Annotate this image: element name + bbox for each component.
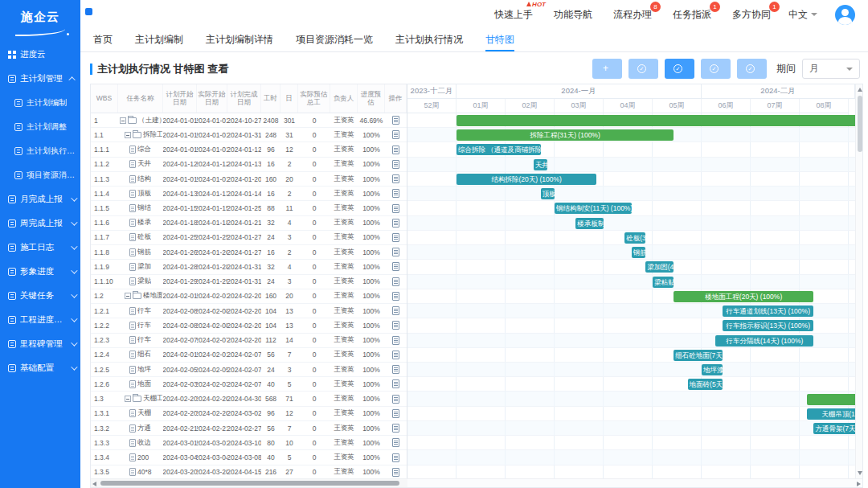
- sidebar-item-6[interactable]: 工程进度巡检: [0, 308, 80, 332]
- sidebar-item-5[interactable]: 关键任务: [0, 284, 80, 308]
- language-switcher[interactable]: 中文: [788, 8, 817, 22]
- period-select[interactable]: 月: [802, 59, 860, 79]
- gantt-bar[interactable]: 结构拆除(20天) (100%): [457, 174, 596, 185]
- detail-doc-icon[interactable]: [392, 262, 399, 271]
- gantt-bar[interactable]: 顶板: [541, 188, 555, 199]
- detail-doc-icon[interactable]: [392, 174, 399, 183]
- detail-doc-icon[interactable]: [392, 160, 399, 169]
- collapse-toggle-icon[interactable]: [125, 132, 131, 138]
- sidebar-subitem-2[interactable]: 主计划执行情况: [0, 139, 80, 163]
- detail-doc-icon[interactable]: [392, 277, 399, 286]
- gantt-bar[interactable]: 地面砖(5天) (: [688, 379, 723, 390]
- gantt-bar[interactable]: 拆除工程(31天) (100%): [457, 129, 674, 141]
- detail-doc-icon[interactable]: [392, 116, 399, 125]
- detail-doc-icon[interactable]: [392, 219, 399, 228]
- sidebar-item-4[interactable]: 形象进度: [0, 260, 80, 284]
- gantt-bar[interactable]: 钢筋: [632, 247, 645, 258]
- collapse-toggle-icon[interactable]: [120, 117, 126, 124]
- gantt-bar[interactable]: [807, 394, 855, 405]
- toolbar-button-3[interactable]: [701, 59, 731, 79]
- sidebar-item-1[interactable]: 月完成上报: [0, 187, 80, 211]
- scroll-right-icon[interactable]: [857, 482, 861, 486]
- table-row[interactable]: 1.3.42002024-03-042024-03-042024-03-0840…: [91, 450, 407, 465]
- sidebar-item-product[interactable]: 进度云: [0, 43, 80, 67]
- detail-doc-icon[interactable]: [392, 233, 399, 242]
- tab-3[interactable]: 项目资源消耗一览: [296, 29, 373, 51]
- table-row[interactable]: 1.1.10梁贴2024-01-292024-01-292024-01-3124…: [91, 275, 407, 289]
- table-row[interactable]: 1.1.9梁加2024-01-282024-01-282024-01-31324…: [91, 260, 407, 274]
- gantt-bar[interactable]: [457, 115, 855, 126]
- gantt-bar[interactable]: 楼地面工程(20天) (100%): [674, 291, 813, 302]
- scroll-left-icon[interactable]: [92, 482, 96, 486]
- topnav-item-4[interactable]: 多方协同1: [732, 8, 771, 22]
- table-row[interactable]: 1.1.5钢结2024-01-152024-01-152024-01-25881…: [91, 201, 407, 215]
- detail-doc-icon[interactable]: [392, 351, 399, 359]
- detail-doc-icon[interactable]: [392, 453, 399, 462]
- table-row[interactable]: 1.2.2行车2024-02-082024-02-082024-02-20104…: [91, 318, 407, 333]
- detail-doc-icon[interactable]: [392, 438, 399, 447]
- gantt-bar[interactable]: 砼板(3: [624, 232, 645, 244]
- gantt-bar[interactable]: 楼承板制作: [575, 218, 604, 229]
- sidebar-item-3[interactable]: 施工日志: [0, 236, 80, 260]
- scroll-down-icon[interactable]: [858, 471, 862, 475]
- detail-doc-icon[interactable]: [392, 204, 399, 213]
- gantt-bar[interactable]: 综合拆除 （通道及商铺拆除范围）(1: [457, 144, 541, 155]
- detail-doc-icon[interactable]: [392, 248, 399, 256]
- table-row[interactable]: 1.2.3行车2024-02-072024-02-072024-02-20112…: [91, 334, 407, 348]
- gantt-bar[interactable]: 梁粘贴: [653, 277, 674, 288]
- detail-doc-icon[interactable]: [392, 468, 399, 477]
- tab-2[interactable]: 主计划编制详情: [206, 29, 273, 51]
- table-row[interactable]: 1.2楼地面2024-02-012024-02-012024-02-201602…: [91, 289, 407, 304]
- table-row[interactable]: 1.2.5地坪2024-02-052024-02-052024-02-07243…: [91, 363, 407, 377]
- table-horizontal-scrollbar[interactable]: [91, 479, 407, 487]
- vertical-scroll-thumb[interactable]: [858, 96, 862, 152]
- gantt-bar[interactable]: 方通骨架(7天) (100%: [813, 423, 855, 434]
- detail-doc-icon[interactable]: [392, 395, 399, 404]
- gantt-bar[interactable]: 行车分隔线(14天) (100%): [715, 335, 813, 347]
- detail-doc-icon[interactable]: [392, 424, 399, 433]
- detail-doc-icon[interactable]: [392, 379, 399, 388]
- table-row[interactable]: 1.1.7砼板2024-01-252024-01-252024-01-27243…: [91, 231, 407, 245]
- table-row[interactable]: 1.3.1天棚2024-02-202024-02-202024-03-02961…: [91, 407, 407, 421]
- gantt-vertical-scrollbar[interactable]: [855, 84, 862, 478]
- scroll-up-icon[interactable]: [858, 88, 862, 92]
- detail-doc-icon[interactable]: [392, 130, 399, 139]
- table-row[interactable]: 1.1.4顶板2024-01-132024-01-132024-01-14162…: [91, 187, 407, 201]
- table-row[interactable]: 1.3.3收边2024-03-012024-03-012024-03-10801…: [91, 436, 407, 450]
- gantt-bar[interactable]: 地坪漆: [702, 364, 723, 375]
- detail-doc-icon[interactable]: [392, 189, 399, 198]
- table-row[interactable]: 1.1.1综合2024-01-012024-01-012024-01-12961…: [91, 142, 407, 157]
- toolbar-button-4[interactable]: [737, 59, 767, 79]
- sidebar-subitem-0[interactable]: 主计划编制: [0, 91, 80, 115]
- table-row[interactable]: 1.1.6楼承2024-01-182024-01-182024-01-21324…: [91, 216, 407, 231]
- detail-doc-icon[interactable]: [392, 306, 399, 315]
- toolbar-button-2[interactable]: [665, 59, 694, 79]
- gantt-bar[interactable]: 钢结构制安(11天) (100%): [555, 203, 632, 214]
- sidebar-subitem-1[interactable]: 主计划调整: [0, 115, 80, 139]
- topnav-item-3[interactable]: 任务指派1: [673, 8, 711, 22]
- table-row[interactable]: 1.3.2方通2024-02-212024-02-212024-02-27567…: [91, 421, 407, 436]
- toolbar-button-0[interactable]: [592, 59, 622, 79]
- table-row[interactable]: 1.1拆除工2024-01-012024-01-012024-01-312483…: [91, 128, 407, 142]
- table-row[interactable]: 1.2.6地面2024-02-032024-02-032024-02-07405…: [91, 377, 407, 392]
- topnav-item-1[interactable]: 功能导航: [554, 8, 592, 22]
- detail-doc-icon[interactable]: [392, 146, 399, 154]
- tab-5[interactable]: 甘特图: [485, 29, 514, 51]
- table-row[interactable]: 1.1.2天井2024-01-122024-01-122024-01-13162…: [91, 158, 407, 172]
- detail-doc-icon[interactable]: [392, 365, 399, 374]
- collapse-toggle-icon[interactable]: [125, 293, 131, 299]
- topnav-item-2[interactable]: 流程办理8: [613, 8, 652, 22]
- gantt-bar[interactable]: 天棚吊顶(12天) (1: [807, 408, 855, 420]
- table-row[interactable]: 1.3天棚工2024-02-202024-02-202024-04-305687…: [91, 392, 407, 406]
- gantt-bar[interactable]: 细石砼地面(7天) (10: [674, 350, 723, 361]
- gantt-horizontal-scrollbar[interactable]: [407, 479, 862, 487]
- detail-doc-icon[interactable]: [392, 321, 399, 330]
- sidebar-item-0[interactable]: 主计划管理: [0, 67, 80, 91]
- table-row[interactable]: 1（土建）2024-01-012024-01-012024-10-2724083…: [91, 113, 407, 128]
- table-row[interactable]: 1.1.8钢筋2024-01-262024-01-262024-01-27162…: [91, 245, 407, 260]
- sidebar-item-8[interactable]: 基础配置: [0, 356, 80, 380]
- table-row[interactable]: 1.2.4细石2024-02-012024-02-012024-02-07567…: [91, 348, 407, 363]
- table-row[interactable]: 1.2.1行车2024-02-082024-02-082024-02-20104…: [91, 304, 407, 318]
- detail-doc-icon[interactable]: [392, 409, 399, 418]
- sidebar-item-2[interactable]: 周完成上报: [0, 211, 80, 236]
